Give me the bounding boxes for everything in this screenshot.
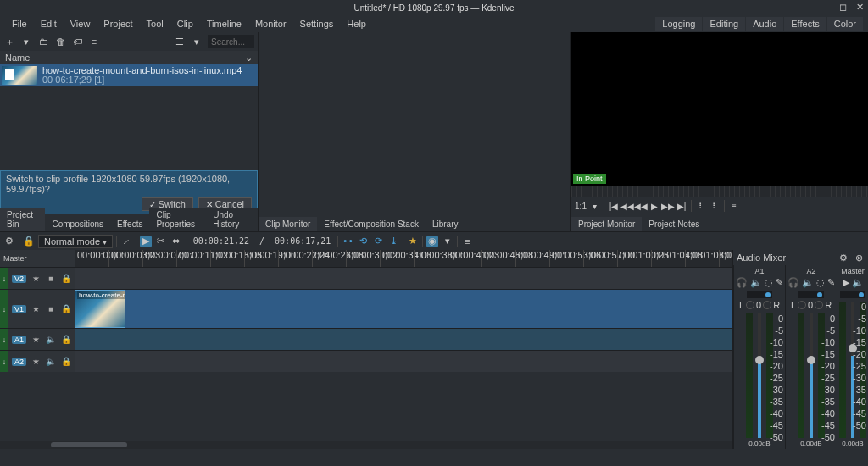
close-icon[interactable]: ⊗ bbox=[853, 252, 865, 264]
mute-icon[interactable]: 🔈 bbox=[802, 277, 814, 288]
bin-column-header[interactable]: Name ⌄ bbox=[0, 51, 258, 64]
edit-mode-select[interactable]: Normal mode ▾ bbox=[38, 235, 113, 248]
project-monitor[interactable]: In Point bbox=[571, 32, 868, 186]
track-lane[interactable]: how-to-create-mount-and-burn-isos-in-lin… bbox=[75, 290, 732, 328]
tab-library[interactable]: Library bbox=[426, 217, 465, 231]
mute-icon[interactable]: 🔈 bbox=[750, 277, 762, 288]
zone-out-icon[interactable]: ⟳ bbox=[372, 236, 384, 247]
maximize-icon[interactable]: ◻ bbox=[837, 2, 848, 12]
tab-effects[interactable]: Effects bbox=[110, 217, 149, 231]
add-clip-icon[interactable]: ＋ bbox=[3, 36, 15, 47]
step-back-icon[interactable]: ◀◀ bbox=[621, 200, 633, 212]
menu-clip[interactable]: Clip bbox=[170, 17, 200, 31]
zone-in-icon[interactable]: ⟲ bbox=[357, 236, 369, 247]
minimize-icon[interactable]: — bbox=[821, 2, 831, 12]
delete-icon[interactable]: 🗑 bbox=[54, 36, 66, 47]
menu-settings[interactable]: Settings bbox=[293, 17, 341, 31]
chevron-down-icon[interactable]: ▾ bbox=[20, 36, 32, 47]
select-tool-icon[interactable]: ▶ bbox=[140, 236, 152, 247]
list-view-icon[interactable]: ☰ bbox=[174, 36, 186, 47]
insert-arrow-icon[interactable]: ↓ bbox=[0, 329, 8, 350]
clip-preview[interactable] bbox=[259, 32, 570, 214]
volume-slider[interactable] bbox=[747, 291, 772, 298]
mute-icon[interactable]: ■ bbox=[45, 273, 57, 285]
tab-effect-stack[interactable]: Effect/Composition Stack bbox=[317, 217, 426, 231]
favorite-icon[interactable]: ★ bbox=[407, 236, 419, 247]
menu-file[interactable]: File bbox=[5, 17, 34, 31]
balance-knob[interactable] bbox=[798, 301, 806, 309]
play-icon[interactable]: ▶ bbox=[648, 200, 660, 212]
forward-icon[interactable]: ▶▶ bbox=[662, 200, 674, 212]
record-icon[interactable]: ✎ bbox=[827, 277, 835, 288]
menu-view[interactable]: View bbox=[64, 17, 97, 31]
menu-help[interactable]: Help bbox=[340, 17, 373, 31]
step-fwd-icon[interactable]: ▶| bbox=[676, 200, 687, 212]
favorite-icon[interactable]: ★ bbox=[30, 334, 42, 346]
balance-knob[interactable] bbox=[815, 301, 823, 309]
razor-tool-icon[interactable]: ✂ bbox=[155, 236, 167, 247]
zoom-label[interactable]: 1:1 bbox=[575, 200, 587, 212]
rewind-start-icon[interactable]: |◀ bbox=[608, 200, 620, 212]
tab-clip-properties[interactable]: Clip Properties bbox=[149, 208, 206, 231]
headphones-icon[interactable]: 🎧 bbox=[787, 277, 799, 288]
compositing-icon[interactable]: ⟋ bbox=[120, 236, 132, 247]
solo-icon[interactable]: ◌ bbox=[765, 277, 773, 288]
menu-timeline[interactable]: Timeline bbox=[200, 17, 248, 31]
mute-icon[interactable]: 🔈 bbox=[45, 356, 57, 368]
gear-icon[interactable]: ⚙ bbox=[3, 236, 15, 247]
insert-arrow-icon[interactable]: ↓ bbox=[0, 268, 8, 289]
lock-icon[interactable]: 🔒 bbox=[23, 236, 35, 247]
folder-icon[interactable]: 🗀 bbox=[37, 36, 49, 47]
menu-project[interactable]: Project bbox=[97, 17, 139, 31]
lock-icon[interactable]: 🔒 bbox=[60, 273, 72, 285]
fader[interactable] bbox=[810, 313, 813, 438]
lock-icon[interactable]: 🔒 bbox=[60, 303, 72, 315]
mute-icon[interactable]: 🔈 bbox=[45, 334, 57, 346]
mute-icon[interactable]: ■ bbox=[45, 303, 57, 315]
filter-icon[interactable]: ≡ bbox=[88, 36, 100, 47]
layout-audio[interactable]: Audio bbox=[746, 17, 783, 31]
menu-edit[interactable]: Edit bbox=[34, 17, 64, 31]
track-lane[interactable] bbox=[75, 268, 732, 289]
volume-slider[interactable] bbox=[798, 291, 824, 298]
marker-icon[interactable]: ⠇ bbox=[709, 200, 721, 212]
insert-arrow-icon[interactable]: ↓ bbox=[0, 351, 8, 372]
track-lane[interactable] bbox=[75, 351, 732, 372]
balance-knob[interactable] bbox=[746, 301, 754, 309]
timeline-ruler[interactable]: 00:00:00,0000:00:03;2300:00:07;1700:00:1… bbox=[75, 250, 732, 267]
layout-effects[interactable]: Effects bbox=[784, 17, 826, 31]
layout-editing[interactable]: Editing bbox=[703, 17, 745, 31]
volume-slider[interactable] bbox=[840, 291, 865, 298]
rewind-icon[interactable]: ◀◀ bbox=[635, 200, 647, 212]
chevron-down-icon[interactable]: ▾ bbox=[588, 200, 600, 212]
balance-knob[interactable] bbox=[763, 301, 771, 309]
mute-icon[interactable]: 🔈 bbox=[852, 277, 864, 288]
headphones-icon[interactable]: 🎧 bbox=[736, 277, 748, 288]
menu-monitor[interactable]: Monitor bbox=[248, 17, 293, 31]
fader[interactable] bbox=[758, 313, 761, 438]
chevron-down-icon[interactable]: ▾ bbox=[191, 36, 203, 47]
insert-arrow-icon[interactable]: ↓ bbox=[0, 290, 8, 328]
layout-color[interactable]: Color bbox=[827, 17, 863, 31]
chevron-down-icon[interactable]: ▾ bbox=[442, 236, 453, 247]
marker-icon[interactable]: ⠇ bbox=[695, 200, 707, 212]
search-input[interactable] bbox=[208, 35, 254, 48]
lock-icon[interactable]: 🔒 bbox=[60, 334, 72, 346]
tag-icon[interactable]: 🏷 bbox=[71, 36, 83, 47]
bin-clip[interactable]: how-to-create-mount-and-burn-isos-in-lin… bbox=[0, 64, 258, 86]
timeline-clip[interactable]: how-to-create-mount-and-burn-isos-in-lin… bbox=[75, 290, 125, 328]
tab-clip-monitor[interactable]: Clip Monitor bbox=[259, 217, 317, 231]
tab-project-monitor[interactable]: Project Monitor bbox=[571, 217, 642, 231]
timecode-current[interactable]: 00:00:21,22 bbox=[190, 236, 253, 246]
track-lane[interactable] bbox=[75, 329, 732, 350]
tab-compositions[interactable]: Compositions bbox=[45, 217, 110, 231]
close-icon[interactable]: ✕ bbox=[854, 2, 865, 12]
layout-logging[interactable]: Logging bbox=[655, 17, 702, 31]
solo-icon[interactable]: ◌ bbox=[816, 277, 825, 288]
spacer-tool-icon[interactable]: ⇔ bbox=[170, 236, 182, 247]
tab-project-notes[interactable]: Project Notes bbox=[642, 217, 706, 231]
favorite-icon[interactable]: ★ bbox=[30, 303, 42, 315]
favorite-icon[interactable]: ★ bbox=[30, 273, 42, 285]
overwrite-icon[interactable]: ⤓ bbox=[387, 236, 399, 247]
lock-icon[interactable]: 🔒 bbox=[60, 356, 72, 368]
